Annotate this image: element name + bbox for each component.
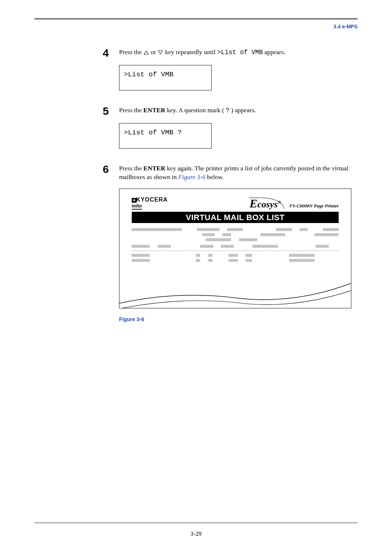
printout-body xyxy=(132,223,339,262)
printout-figure: ✦KYOCERA mita Ecosys® FS-C8008N Page Pri… xyxy=(119,189,351,322)
bottom-horizontal-rule xyxy=(34,523,358,523)
text-fragment: Press the xyxy=(119,48,143,56)
page-number: 3-29 xyxy=(34,530,358,538)
brand-subtext: mita xyxy=(132,203,142,210)
ecosys-block: Ecosys® FS-C8008N Page Printer xyxy=(249,198,339,210)
ecosys-logo: Ecosys® xyxy=(249,198,285,209)
figure-cross-reference[interactable]: Figure 3-6 xyxy=(178,173,205,181)
step-5: 5 Press the ENTER key. A question mark (… xyxy=(34,105,358,117)
lcd-display-box: >List of VMB ? xyxy=(119,123,212,149)
step-text: Press the ENTER key. A question mark ( ?… xyxy=(119,105,358,115)
printer-model-text: FS-C8008N Page Printer xyxy=(289,203,339,209)
lcd-text: >List of VMB xyxy=(124,70,173,78)
brand-text: KYOCERA xyxy=(136,197,168,203)
figure-caption: Figure 3-6 xyxy=(119,316,351,322)
text-fragment: key repeatedly until xyxy=(165,48,217,56)
step-6: 6 Press the ENTER key again. The printer… xyxy=(34,163,358,181)
text-fragment: or xyxy=(151,48,158,56)
key-name: ENTER xyxy=(143,165,165,172)
step-4: 4 Press the or key repeatedly until >Lis… xyxy=(34,47,358,58)
key-name: ENTER xyxy=(143,106,165,114)
text-fragment: key. A question mark ( xyxy=(167,106,224,114)
page-footer: 3-29 xyxy=(34,523,358,538)
brand-block: ✦KYOCERA mita xyxy=(132,197,168,210)
step-number: 5 xyxy=(103,105,119,117)
registered-icon: ® xyxy=(278,200,281,205)
text-fragment: Press the xyxy=(119,106,143,114)
page-curl-icon xyxy=(119,280,351,308)
triangle-down-icon xyxy=(158,50,163,54)
text-fragment: Press the xyxy=(119,165,143,172)
printout-header: ✦KYOCERA mita Ecosys® FS-C8008N Page Pri… xyxy=(132,197,339,211)
kyocera-logo: ✦KYOCERA xyxy=(132,197,168,203)
lcd-display-box: >List of VMB xyxy=(119,65,212,90)
section-reference-link[interactable]: 3.4 e-MPS xyxy=(34,24,358,29)
ecosys-rest: cosys xyxy=(257,199,278,210)
text-fragment: appears. xyxy=(265,48,286,56)
step-number: 6 xyxy=(103,163,119,175)
triangle-up-icon xyxy=(144,50,149,54)
printout-page: ✦KYOCERA mita Ecosys® FS-C8008N Page Pri… xyxy=(119,189,351,308)
mono-text: >List of VMB xyxy=(217,49,263,56)
text-fragment: below. xyxy=(207,173,224,181)
step-text: Press the or key repeatedly until >List … xyxy=(119,47,358,57)
step-number: 4 xyxy=(103,47,119,58)
step-text: Press the ENTER key again. The printer p… xyxy=(119,163,358,181)
top-horizontal-rule xyxy=(34,19,358,19)
mono-text: ? xyxy=(226,107,230,114)
printout-title-bar: VIRTUAL MAIL BOX LIST xyxy=(132,212,339,223)
lcd-text: >List of VMB ? xyxy=(124,129,182,137)
text-fragment: ) appears. xyxy=(231,106,256,114)
document-page: 3.4 e-MPS 4 Press the or key repeatedly … xyxy=(0,0,392,322)
